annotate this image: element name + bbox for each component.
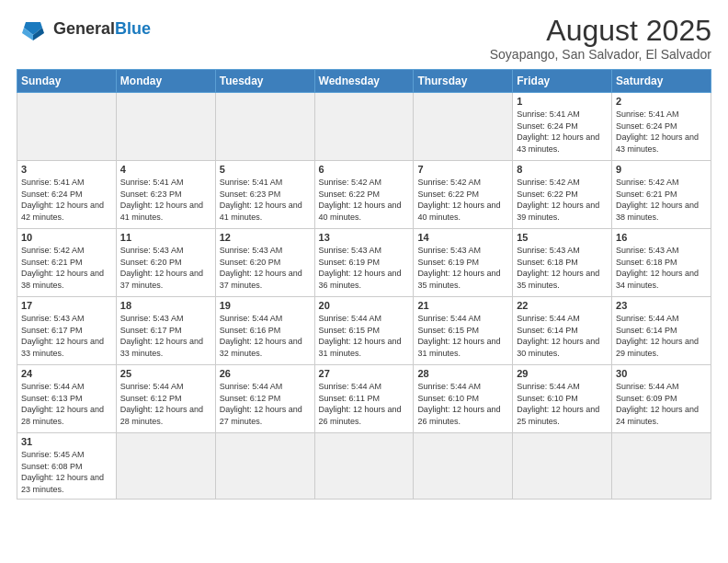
day-number: 5 xyxy=(220,164,311,175)
day-info: Sunrise: 5:42 AM Sunset: 6:21 PM Dayligh… xyxy=(616,177,707,223)
day-info: Sunrise: 5:43 AM Sunset: 6:17 PM Dayligh… xyxy=(120,313,211,359)
day-info: Sunrise: 5:43 AM Sunset: 6:18 PM Dayligh… xyxy=(616,245,707,291)
calendar-cell: 4Sunrise: 5:41 AM Sunset: 6:23 PM Daylig… xyxy=(116,161,215,229)
day-info: Sunrise: 5:43 AM Sunset: 6:17 PM Dayligh… xyxy=(21,313,112,359)
day-number: 23 xyxy=(616,300,707,311)
day-number: 11 xyxy=(120,232,211,243)
calendar-cell: 21Sunrise: 5:44 AM Sunset: 6:15 PM Dayli… xyxy=(414,297,513,365)
calendar-cell: 13Sunrise: 5:43 AM Sunset: 6:19 PM Dayli… xyxy=(314,229,414,297)
day-number: 21 xyxy=(417,300,508,311)
weekday-header-thursday: Thursday xyxy=(414,70,513,93)
calendar-cell: 11Sunrise: 5:43 AM Sunset: 6:20 PM Dayli… xyxy=(116,229,215,297)
day-info: Sunrise: 5:42 AM Sunset: 6:22 PM Dayligh… xyxy=(417,177,508,223)
day-info: Sunrise: 5:43 AM Sunset: 6:19 PM Dayligh… xyxy=(319,245,410,291)
day-number: 18 xyxy=(120,300,211,311)
day-number: 16 xyxy=(616,232,707,243)
calendar-cell: 26Sunrise: 5:44 AM Sunset: 6:12 PM Dayli… xyxy=(215,365,314,433)
day-number: 30 xyxy=(616,368,707,379)
weekday-header-sunday: Sunday xyxy=(17,70,117,93)
calendar-cell: 17Sunrise: 5:43 AM Sunset: 6:17 PM Dayli… xyxy=(17,297,117,365)
day-number: 20 xyxy=(319,300,410,311)
calendar-cell: 5Sunrise: 5:41 AM Sunset: 6:23 PM Daylig… xyxy=(215,161,314,229)
calendar-cell: 19Sunrise: 5:44 AM Sunset: 6:16 PM Dayli… xyxy=(215,297,314,365)
calendar-cell xyxy=(17,93,117,161)
calendar-cell: 24Sunrise: 5:44 AM Sunset: 6:13 PM Dayli… xyxy=(17,365,117,433)
day-number: 22 xyxy=(517,300,608,311)
day-info: Sunrise: 5:43 AM Sunset: 6:19 PM Dayligh… xyxy=(417,245,508,291)
day-number: 10 xyxy=(21,232,112,243)
calendar-week-1: 3Sunrise: 5:41 AM Sunset: 6:24 PM Daylig… xyxy=(17,161,711,229)
calendar-cell: 10Sunrise: 5:42 AM Sunset: 6:21 PM Dayli… xyxy=(17,229,117,297)
day-info: Sunrise: 5:44 AM Sunset: 6:12 PM Dayligh… xyxy=(120,381,211,427)
day-number: 7 xyxy=(417,164,508,175)
calendar-cell: 14Sunrise: 5:43 AM Sunset: 6:19 PM Dayli… xyxy=(414,229,513,297)
day-number: 6 xyxy=(319,164,410,175)
day-info: Sunrise: 5:43 AM Sunset: 6:20 PM Dayligh… xyxy=(120,245,211,291)
day-info: Sunrise: 5:45 AM Sunset: 6:08 PM Dayligh… xyxy=(21,449,112,495)
day-info: Sunrise: 5:44 AM Sunset: 6:14 PM Dayligh… xyxy=(616,313,707,359)
day-info: Sunrise: 5:44 AM Sunset: 6:16 PM Dayligh… xyxy=(220,313,311,359)
calendar-week-4: 24Sunrise: 5:44 AM Sunset: 6:13 PM Dayli… xyxy=(17,365,711,433)
day-info: Sunrise: 5:44 AM Sunset: 6:09 PM Dayligh… xyxy=(616,381,707,427)
day-number: 14 xyxy=(417,232,508,243)
logo-text: GeneralBlue xyxy=(53,20,151,37)
day-info: Sunrise: 5:42 AM Sunset: 6:22 PM Dayligh… xyxy=(517,177,608,223)
calendar-cell: 29Sunrise: 5:44 AM Sunset: 6:10 PM Dayli… xyxy=(513,365,612,433)
day-info: Sunrise: 5:44 AM Sunset: 6:12 PM Dayligh… xyxy=(220,381,311,427)
calendar-week-3: 17Sunrise: 5:43 AM Sunset: 6:17 PM Dayli… xyxy=(17,297,711,365)
day-info: Sunrise: 5:44 AM Sunset: 6:14 PM Dayligh… xyxy=(517,313,608,359)
day-number: 28 xyxy=(417,368,508,379)
calendar-week-5: 31Sunrise: 5:45 AM Sunset: 6:08 PM Dayli… xyxy=(17,433,711,499)
calendar-cell: 20Sunrise: 5:44 AM Sunset: 6:15 PM Dayli… xyxy=(314,297,414,365)
day-info: Sunrise: 5:44 AM Sunset: 6:10 PM Dayligh… xyxy=(517,381,608,427)
calendar-table: SundayMondayTuesdayWednesdayThursdayFrid… xyxy=(17,69,711,499)
day-number: 27 xyxy=(319,368,410,379)
weekday-header-wednesday: Wednesday xyxy=(314,70,414,93)
day-info: Sunrise: 5:43 AM Sunset: 6:18 PM Dayligh… xyxy=(517,245,608,291)
day-number: 12 xyxy=(220,232,311,243)
calendar-cell: 28Sunrise: 5:44 AM Sunset: 6:10 PM Dayli… xyxy=(414,365,513,433)
day-number: 25 xyxy=(120,368,211,379)
calendar-cell xyxy=(215,93,314,161)
logo: GeneralBlue xyxy=(17,15,151,42)
day-info: Sunrise: 5:44 AM Sunset: 6:13 PM Dayligh… xyxy=(21,381,112,427)
day-info: Sunrise: 5:44 AM Sunset: 6:15 PM Dayligh… xyxy=(319,313,410,359)
day-number: 19 xyxy=(220,300,311,311)
day-number: 31 xyxy=(21,436,112,447)
calendar-cell xyxy=(414,93,513,161)
calendar-cell xyxy=(414,433,513,499)
day-number: 2 xyxy=(616,96,707,107)
calendar-cell: 2Sunrise: 5:41 AM Sunset: 6:24 PM Daylig… xyxy=(612,93,711,161)
day-info: Sunrise: 5:41 AM Sunset: 6:24 PM Dayligh… xyxy=(517,109,608,155)
weekday-header-saturday: Saturday xyxy=(612,70,711,93)
calendar-cell: 8Sunrise: 5:42 AM Sunset: 6:22 PM Daylig… xyxy=(513,161,612,229)
title-block: August 2025 Soyapango, San Salvador, El … xyxy=(490,15,711,62)
day-info: Sunrise: 5:43 AM Sunset: 6:20 PM Dayligh… xyxy=(220,245,311,291)
day-number: 15 xyxy=(517,232,608,243)
day-number: 9 xyxy=(616,164,707,175)
calendar-week-2: 10Sunrise: 5:42 AM Sunset: 6:21 PM Dayli… xyxy=(17,229,711,297)
calendar-cell: 16Sunrise: 5:43 AM Sunset: 6:18 PM Dayli… xyxy=(612,229,711,297)
day-number: 24 xyxy=(21,368,112,379)
day-number: 26 xyxy=(220,368,311,379)
calendar-cell: 22Sunrise: 5:44 AM Sunset: 6:14 PM Dayli… xyxy=(513,297,612,365)
day-info: Sunrise: 5:44 AM Sunset: 6:15 PM Dayligh… xyxy=(417,313,508,359)
calendar-cell xyxy=(612,433,711,499)
calendar-cell: 1Sunrise: 5:41 AM Sunset: 6:24 PM Daylig… xyxy=(513,93,612,161)
calendar-cell: 18Sunrise: 5:43 AM Sunset: 6:17 PM Dayli… xyxy=(116,297,215,365)
calendar-cell: 30Sunrise: 5:44 AM Sunset: 6:09 PM Dayli… xyxy=(612,365,711,433)
calendar-cell xyxy=(513,433,612,499)
calendar-cell: 31Sunrise: 5:45 AM Sunset: 6:08 PM Dayli… xyxy=(17,433,117,499)
calendar-cell: 23Sunrise: 5:44 AM Sunset: 6:14 PM Dayli… xyxy=(612,297,711,365)
day-number: 8 xyxy=(517,164,608,175)
day-number: 13 xyxy=(319,232,410,243)
weekday-header-monday: Monday xyxy=(116,70,215,93)
day-number: 3 xyxy=(21,164,112,175)
day-info: Sunrise: 5:42 AM Sunset: 6:22 PM Dayligh… xyxy=(319,177,410,223)
day-number: 17 xyxy=(21,300,112,311)
weekday-header-friday: Friday xyxy=(513,70,612,93)
page: GeneralBlue August 2025 Soyapango, San S… xyxy=(0,0,728,563)
day-info: Sunrise: 5:41 AM Sunset: 6:23 PM Dayligh… xyxy=(220,177,311,223)
calendar-cell: 25Sunrise: 5:44 AM Sunset: 6:12 PM Dayli… xyxy=(116,365,215,433)
calendar-cell xyxy=(116,433,215,499)
